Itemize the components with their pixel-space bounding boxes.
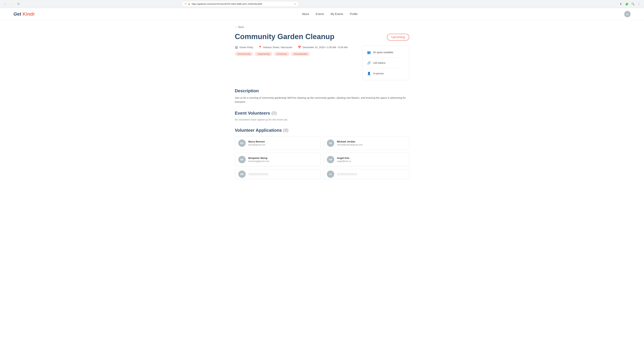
tokens-item: 🔗 100 tokens xyxy=(367,61,404,65)
event-header: Community Garden Cleanup Upcoming xyxy=(235,32,409,41)
building-icon: 🏢 xyxy=(235,46,238,49)
location-text: Arbutus Street, Vancouver xyxy=(263,46,292,49)
no-volunteers-text: No volunteers have signed up for this ev… xyxy=(235,118,409,121)
description-title: Description xyxy=(235,88,409,94)
status-badge: Upcoming xyxy=(387,34,409,41)
applicant-card-partial-2[interactable]: LI xyxy=(323,169,409,179)
nav-events[interactable]: Events xyxy=(316,13,324,16)
lock-icon: 🔒 xyxy=(188,3,190,5)
event-title: Community Garden Cleanup xyxy=(235,32,334,41)
reload-button[interactable]: ↻ xyxy=(16,2,21,6)
datetime-text: December 31, 2033 • 1:00 AM - 8:30 AM xyxy=(302,46,348,49)
back-button[interactable]: ← xyxy=(3,2,8,6)
applicant-name-benjamin: Benjamin Wong xyxy=(248,157,269,159)
applications-grid: BA Barry Benson barry@gmail.com MI Micha… xyxy=(235,136,409,179)
applicant-card-michael[interactable]: MI Michael Jordan michaeljordan@gmail.co… xyxy=(323,136,409,150)
tags-row: ##community ##gardening ##cleanup ##sust… xyxy=(235,52,356,56)
applications-title: Volunteer Applications xyxy=(235,128,282,133)
applicant-info-angel: Angel Kim angel@test.ca xyxy=(337,157,351,162)
tag-community[interactable]: ##community xyxy=(235,52,253,56)
logo-dot: . xyxy=(35,14,36,16)
applicant-card-benjamin[interactable]: BE Benjamin Wong benwong@gmail.com xyxy=(235,153,321,166)
forward-button[interactable]: → xyxy=(10,2,14,6)
logo-text-mixed: et xyxy=(17,12,23,17)
volunteers-header: Event Volunteers (0) xyxy=(235,111,409,116)
applicant-card-angel[interactable]: AN Angel Kim angel@test.ca xyxy=(323,153,409,166)
divider-2 xyxy=(367,68,404,68)
calendar-icon: 📅 xyxy=(298,46,301,49)
zoom-icon[interactable]: 🔍 xyxy=(630,2,635,6)
applicant-name-barry: Barry Benson xyxy=(248,140,266,143)
applicant-email-benjamin: benwong@gmail.com xyxy=(248,160,269,162)
location-icon: 📍 xyxy=(258,46,262,49)
page-wrapper: Get Kindr. About Events My Events Profil… xyxy=(0,8,644,348)
applicant-info-barry: Barry Benson barry@gmail.com xyxy=(248,140,266,146)
logo-text-dark: G xyxy=(14,12,17,17)
avatar-benjamin: BE xyxy=(238,156,246,163)
person-icon: 👤 xyxy=(367,72,371,75)
nav-profile[interactable]: Profile xyxy=(350,13,358,16)
organizer-meta: 🏢 Green Party xyxy=(235,46,253,49)
nav-my-events[interactable]: My Events xyxy=(331,13,343,16)
back-arrow-icon: ← xyxy=(235,26,237,28)
divider-1 xyxy=(367,58,404,58)
avatar-partial-1: BE xyxy=(238,170,246,178)
avatar-partial-2: LI xyxy=(327,170,334,178)
applications-count: (8) xyxy=(283,128,288,133)
volunteers-count: (0) xyxy=(271,111,277,116)
applicant-info-benjamin: Benjamin Wong benwong@gmail.com xyxy=(248,157,269,162)
nav-links: About Events My Events Profile xyxy=(302,13,358,16)
menu-icon[interactable]: ⋮ xyxy=(636,2,641,6)
avatar-michael: MI xyxy=(327,139,334,147)
address-bar[interactable]: 🛡 🔒 https://getkindr.com/event?id=6ec307… xyxy=(182,1,299,7)
tag-cleanup[interactable]: ##cleanup xyxy=(274,52,290,56)
download-icon[interactable]: ⬇ xyxy=(618,2,623,6)
applicant-name-partial-1 xyxy=(248,173,268,175)
browser-chrome: ← → ↻ 🛡 🔒 https://getkindr.com/event?id=… xyxy=(0,0,644,8)
organizer-text: Green Party xyxy=(240,46,253,49)
applicant-name-partial-2 xyxy=(337,173,357,175)
star-icon[interactable]: ☆ xyxy=(294,2,296,6)
back-link[interactable]: ← Back xyxy=(235,26,244,28)
shield-icon: 🛡 xyxy=(184,3,187,5)
applicant-info-partial-2 xyxy=(337,173,357,175)
tokens-text: 100 tokens xyxy=(373,61,386,64)
applicant-email-angel: angel@test.ca xyxy=(337,160,351,162)
applicant-card-barry[interactable]: BA Barry Benson barry@gmail.com xyxy=(235,136,321,150)
volunteers-title: Event Volunteers xyxy=(235,111,270,116)
applicant-info-michael: Michael Jordan michaeljordan@gmail.com xyxy=(337,140,362,146)
format-text: In-person xyxy=(373,72,384,75)
people-icon: 👥 xyxy=(367,51,371,54)
applicant-name-angel: Angel Kim xyxy=(337,157,351,159)
applicant-email-barry: barry@gmail.com xyxy=(248,143,266,146)
avatar-angel: AN xyxy=(327,156,334,163)
user-avatar[interactable]: LI xyxy=(624,11,630,17)
event-layout: 🏢 Green Party 📍 Arbutus Street, Vancouve… xyxy=(235,46,409,80)
description-text: Join us for a morning of community garde… xyxy=(235,96,409,104)
browser-actions: ⬇ 🧩 🔍 ⋮ xyxy=(618,2,641,6)
spots-item: 👥 50 spots available xyxy=(367,51,404,54)
applicant-card-partial-1[interactable]: BE xyxy=(235,169,321,179)
datetime-meta: 📅 December 31, 2033 • 1:00 AM - 8:30 AM xyxy=(298,46,348,49)
tag-sustainable[interactable]: ##sustainable xyxy=(291,52,310,56)
nav-about[interactable]: About xyxy=(302,13,309,16)
applications-header: Volunteer Applications (8) xyxy=(235,128,409,133)
url-text: https://getkindr.com/event?id=6ec30703-3… xyxy=(192,3,292,5)
main-content: ← Back Community Garden Cleanup Upcoming… xyxy=(221,20,422,189)
extensions-icon[interactable]: 🧩 xyxy=(624,2,629,6)
spots-text: 50 spots available xyxy=(373,51,393,54)
applicant-info-partial-1 xyxy=(248,173,268,175)
event-main: 🏢 Green Party 📍 Arbutus Street, Vancouve… xyxy=(235,46,356,59)
tag-gardening[interactable]: ##gardening xyxy=(255,52,272,56)
sidebar-card: 👥 50 spots available 🔗 100 tokens 👤 In-p… xyxy=(362,46,409,80)
navbar: Get Kindr. About Events My Events Profil… xyxy=(0,8,644,20)
applicant-email-michael: michaeljordan@gmail.com xyxy=(337,143,362,146)
logo[interactable]: Get Kindr. xyxy=(14,12,35,17)
avatar-barry: BA xyxy=(238,139,246,147)
event-meta-row: 🏢 Green Party 📍 Arbutus Street, Vancouve… xyxy=(235,46,356,49)
format-item: 👤 In-person xyxy=(367,72,404,75)
tokens-icon: 🔗 xyxy=(367,61,371,65)
back-label: Back xyxy=(238,26,244,28)
logo-text-accent: Kindr xyxy=(22,12,35,17)
location-meta: 📍 Arbutus Street, Vancouver xyxy=(258,46,292,49)
